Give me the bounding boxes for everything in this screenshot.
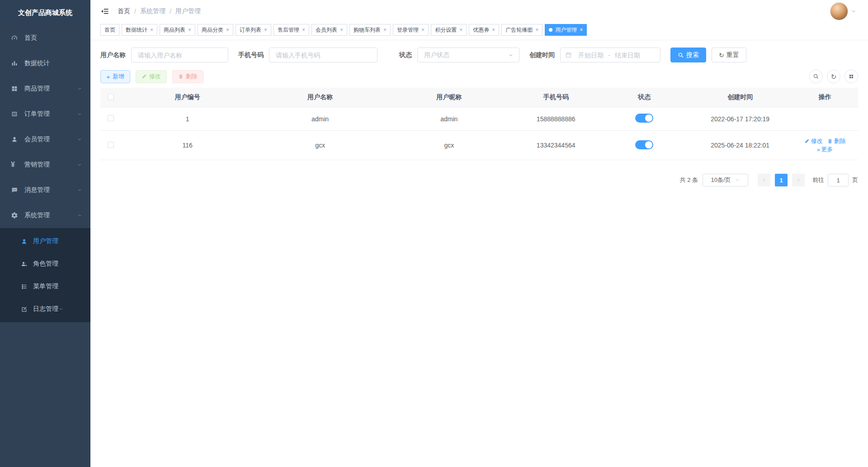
- tab-label: 登录管理: [397, 26, 419, 34]
- row-delete-link[interactable]: 删除: [827, 137, 846, 145]
- row-checkbox[interactable]: [108, 115, 114, 121]
- refresh-table-button[interactable]: ↻: [827, 70, 840, 83]
- tab-user-mgmt-active[interactable]: 用户管理×: [545, 24, 587, 36]
- row-edit-link[interactable]: 修改: [804, 137, 823, 145]
- tab-label: 优惠券: [473, 26, 489, 34]
- tab-order-list[interactable]: 订单列表×: [236, 24, 271, 36]
- tab-banner[interactable]: 广告轮播图×: [501, 24, 542, 36]
- tab-product-category[interactable]: 商品分类×: [198, 24, 233, 36]
- tab-points[interactable]: 积分设置×: [431, 24, 467, 36]
- row-actions-empty: [792, 107, 858, 131]
- breadcrumb-system: 系统管理: [140, 7, 165, 15]
- sidebar-item-stats[interactable]: 数据统计: [0, 51, 90, 76]
- tab-home[interactable]: 首页: [100, 24, 119, 36]
- active-tab-dot: [549, 28, 552, 32]
- gauge-icon: [11, 34, 18, 42]
- tab-close-icon[interactable]: ×: [580, 27, 583, 33]
- header-phone: 手机号码: [512, 88, 600, 107]
- sidebar-item-system[interactable]: 系统管理: [0, 203, 90, 228]
- next-page-button[interactable]: [792, 174, 805, 186]
- yen-icon: ¥: [11, 161, 18, 168]
- tab-cart-list[interactable]: 购物车列表×: [349, 24, 391, 36]
- page-size-select[interactable]: 10条/页: [703, 174, 748, 186]
- goto-page-input[interactable]: [828, 174, 849, 186]
- delete-button[interactable]: 删除: [172, 70, 203, 83]
- page-jumper: 前往 页: [812, 174, 858, 186]
- row-more-link[interactable]: »更多: [817, 145, 833, 153]
- sidebar-fold-icon[interactable]: [100, 7, 109, 16]
- tab-product-list[interactable]: 商品列表×: [160, 24, 195, 36]
- tab-close-icon[interactable]: ×: [150, 27, 153, 33]
- sidebar-item-label: 首页: [24, 34, 82, 42]
- pagination: 共 2 条 10条/页 1 前往 页: [100, 174, 858, 186]
- current-page-button[interactable]: 1: [775, 174, 788, 186]
- breadcrumb: 首页 / 系统管理 / 用户管理: [118, 7, 201, 15]
- sidebar-item-products[interactable]: 商品管理: [0, 76, 90, 101]
- reset-button[interactable]: ↻ 重置: [712, 48, 746, 62]
- caret-down-icon[interactable]: [851, 9, 856, 14]
- chevron-down-icon: [77, 137, 82, 142]
- header-status: 状态: [600, 88, 689, 107]
- chevron-down-icon: [735, 177, 740, 183]
- chevron-up-icon: [77, 213, 82, 218]
- breadcrumb-home[interactable]: 首页: [118, 7, 130, 15]
- date-end-input[interactable]: [611, 52, 644, 59]
- tab-aftersale[interactable]: 售后管理×: [274, 24, 309, 36]
- tab-data-stats[interactable]: 数据统计×: [122, 24, 157, 36]
- date-separator: -: [608, 52, 610, 59]
- row-actions: 修改删除»更多: [792, 131, 858, 160]
- sidebar-item-logs[interactable]: 日志管理: [0, 298, 90, 320]
- cell-user-nick: gcx: [387, 131, 512, 160]
- add-button[interactable]: + 新增: [100, 70, 130, 83]
- sidebar-item-messages[interactable]: 消息管理: [0, 177, 90, 203]
- tab-label: 首页: [104, 26, 115, 34]
- cell-user-id: 116: [121, 131, 254, 160]
- tab-close-icon[interactable]: ×: [340, 27, 343, 33]
- tab-coupon[interactable]: 优惠券×: [469, 24, 499, 36]
- show-search-button[interactable]: [809, 70, 823, 83]
- sidebar-item-users[interactable]: 用户管理: [0, 230, 90, 253]
- user-menu[interactable]: [830, 2, 856, 20]
- tab-close-icon[interactable]: ×: [188, 27, 191, 33]
- sidebar-item-label: 会员管理: [24, 135, 77, 143]
- phone-input[interactable]: [269, 48, 377, 62]
- tab-close-icon[interactable]: ×: [459, 27, 462, 33]
- sidebar-item-marketing[interactable]: ¥ 营销管理: [0, 152, 90, 177]
- date-range-picker[interactable]: -: [560, 48, 660, 62]
- tab-login-mgmt[interactable]: 登录管理×: [393, 24, 429, 36]
- tab-close-icon[interactable]: ×: [535, 27, 538, 33]
- sidebar-item-home[interactable]: 首页: [0, 25, 90, 51]
- cell-created: 2025-06-24 18:22:01: [689, 131, 792, 160]
- search-button[interactable]: 搜索: [670, 48, 706, 62]
- chevron-down-icon: [508, 52, 514, 58]
- status-toggle[interactable]: [635, 140, 653, 149]
- sidebar-item-roles[interactable]: 角色管理: [0, 253, 90, 275]
- search-form: 用户名称 手机号码 状态 用户状态 创建时间: [100, 48, 858, 62]
- tab-close-icon[interactable]: ×: [226, 27, 229, 33]
- app-root: 文创产品商城系统 首页 数据统计 商品管理 订单管理 会员管理 ¥ 营销管理: [0, 0, 868, 467]
- tab-close-icon[interactable]: ×: [421, 27, 425, 33]
- chevron-down-icon: [77, 111, 82, 117]
- tab-label: 用户管理: [555, 26, 577, 34]
- date-start-input[interactable]: [575, 52, 607, 59]
- sidebar: 文创产品商城系统 首页 数据统计 商品管理 订单管理 会员管理 ¥ 营销管理: [0, 0, 90, 467]
- tab-close-icon[interactable]: ×: [383, 27, 387, 33]
- row-checkbox[interactable]: [108, 142, 114, 148]
- username-input[interactable]: [131, 48, 228, 62]
- tab-close-icon[interactable]: ×: [264, 27, 267, 33]
- sidebar-item-menus[interactable]: 菜单管理: [0, 275, 90, 298]
- grid-icon: [11, 85, 18, 92]
- edit-button[interactable]: 修改: [136, 70, 167, 83]
- tab-close-icon[interactable]: ×: [302, 27, 305, 33]
- status-toggle[interactable]: [635, 114, 653, 123]
- select-all-checkbox[interactable]: [108, 94, 114, 100]
- tab-member-list[interactable]: 会员列表×: [311, 24, 347, 36]
- columns-button[interactable]: [844, 70, 858, 83]
- sidebar-item-orders[interactable]: 订单管理: [0, 101, 90, 127]
- status-select[interactable]: 用户状态: [417, 48, 519, 62]
- tab-label: 数据统计: [126, 26, 147, 34]
- sidebar-item-members[interactable]: 会员管理: [0, 127, 90, 152]
- prev-page-button[interactable]: [758, 174, 770, 186]
- avatar[interactable]: [830, 2, 848, 20]
- tab-close-icon[interactable]: ×: [492, 27, 495, 33]
